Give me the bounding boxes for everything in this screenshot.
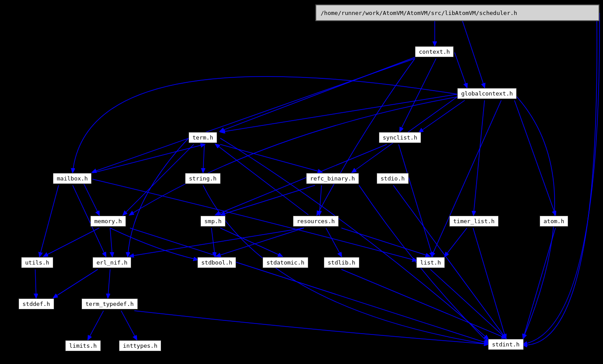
svg-line-20 bbox=[92, 144, 204, 173]
svg-line-29 bbox=[216, 144, 308, 215]
timer-list-h-node: timer_list.h bbox=[449, 216, 499, 227]
svg-line-39 bbox=[88, 311, 104, 339]
svg-line-35 bbox=[108, 269, 110, 298]
stdio-h-label: stdio.h bbox=[381, 175, 405, 182]
atom-h-node: atom.h bbox=[540, 216, 568, 227]
scheduler-h-node: /home/runner/work/AtomVM/AtomVM/src/libA… bbox=[315, 4, 599, 21]
context-h-node: context.h bbox=[415, 46, 454, 57]
stddef-h-label: stddef.h bbox=[22, 301, 50, 307]
synclist-h-node: synclist.h bbox=[379, 132, 421, 143]
limits-h-node: limits.h bbox=[65, 340, 101, 351]
atom-h-label: atom.h bbox=[544, 218, 564, 224]
inttypes-h-label: inttypes.h bbox=[123, 342, 157, 349]
svg-line-36 bbox=[54, 269, 98, 298]
refc-binary-h-label: refc_binary.h bbox=[310, 175, 355, 182]
svg-line-31 bbox=[445, 228, 467, 256]
svg-line-24 bbox=[44, 228, 99, 256]
limits-h-label: limits.h bbox=[69, 342, 97, 349]
stddef-h-node: stddef.h bbox=[18, 298, 54, 309]
globalcontext-h-label: globalcontext.h bbox=[461, 90, 513, 97]
svg-line-23 bbox=[393, 185, 506, 338]
svg-line-4 bbox=[220, 57, 415, 131]
svg-line-3 bbox=[455, 52, 467, 87]
smp-h-label: smp.h bbox=[204, 218, 222, 224]
svg-line-14 bbox=[123, 144, 194, 215]
svg-line-40 bbox=[121, 311, 137, 339]
svg-line-2 bbox=[462, 21, 485, 87]
globalcontext-h-node: globalcontext.h bbox=[457, 88, 517, 99]
svg-line-22 bbox=[221, 185, 315, 215]
memory-h-node: memory.h bbox=[90, 216, 126, 227]
svg-line-5 bbox=[92, 59, 415, 172]
mailbox-h-label: mailbox.h bbox=[57, 175, 88, 182]
memory-h-label: memory.h bbox=[94, 218, 122, 224]
stdint-h-node: stdint.h bbox=[488, 339, 524, 350]
svg-line-32 bbox=[473, 228, 506, 338]
svg-line-11 bbox=[432, 100, 501, 256]
stdlib-h-label: stdlib.h bbox=[328, 259, 355, 266]
stdatomic-h-node: stdatomic.h bbox=[263, 257, 308, 268]
svg-line-10 bbox=[474, 100, 485, 215]
svg-line-19 bbox=[40, 185, 59, 256]
utils-h-label: utils.h bbox=[25, 259, 49, 266]
synclist-h-label: synclist.h bbox=[383, 134, 417, 141]
term-h-label: term.h bbox=[192, 134, 213, 141]
svg-line-30 bbox=[341, 228, 429, 256]
refc-binary-h-node: refc_binary.h bbox=[306, 173, 359, 184]
svg-line-17 bbox=[216, 144, 387, 215]
term-typedef-h-node: term_typedef.h bbox=[81, 298, 138, 309]
string-h-label: string.h bbox=[189, 175, 217, 182]
stdatomic-h-label: stdatomic.h bbox=[266, 259, 304, 266]
string-h-node: string.h bbox=[185, 173, 221, 184]
inttypes-h-node: inttypes.h bbox=[119, 340, 161, 351]
list-h-node: list.h bbox=[416, 257, 445, 268]
scheduler-h-label: /home/runner/work/AtomVM/AtomVM/src/libA… bbox=[321, 10, 517, 16]
stdbool-h-label: stdbool.h bbox=[201, 259, 232, 266]
resources-h-node: resources.h bbox=[293, 216, 339, 227]
svg-line-33 bbox=[523, 228, 555, 338]
resources-h-label: resources.h bbox=[297, 218, 335, 224]
context-h-label: context.h bbox=[419, 48, 450, 55]
timer-list-h-label: timer_list.h bbox=[453, 218, 495, 224]
svg-line-25 bbox=[110, 228, 112, 256]
svg-line-38 bbox=[430, 269, 506, 338]
term-h-node: term.h bbox=[189, 132, 217, 143]
mailbox-h-node: mailbox.h bbox=[53, 173, 92, 184]
svg-line-26 bbox=[211, 228, 215, 256]
list-h-label: list.h bbox=[420, 259, 441, 266]
svg-line-8 bbox=[419, 100, 465, 132]
stdbool-h-node: stdbool.h bbox=[197, 257, 236, 268]
stdio-h-node: stdio.h bbox=[377, 173, 409, 184]
svg-line-34 bbox=[35, 269, 36, 298]
utils-h-node: utils.h bbox=[21, 257, 53, 268]
svg-line-16 bbox=[399, 144, 433, 256]
svg-line-7 bbox=[221, 94, 457, 132]
svg-line-6 bbox=[400, 59, 436, 131]
svg-line-42 bbox=[326, 228, 341, 256]
svg-line-13 bbox=[203, 144, 204, 172]
erl-nif-h-node: erl_nif.h bbox=[92, 257, 131, 268]
svg-line-28 bbox=[130, 228, 304, 256]
stdlib-h-node: stdlib.h bbox=[324, 257, 359, 268]
term-typedef-h-label: term_typedef.h bbox=[85, 301, 134, 307]
smp-h-node: smp.h bbox=[200, 216, 226, 227]
erl-nif-h-label: erl_nif.h bbox=[96, 259, 127, 266]
stdint-h-label: stdint.h bbox=[492, 341, 520, 348]
svg-line-15 bbox=[220, 144, 322, 172]
